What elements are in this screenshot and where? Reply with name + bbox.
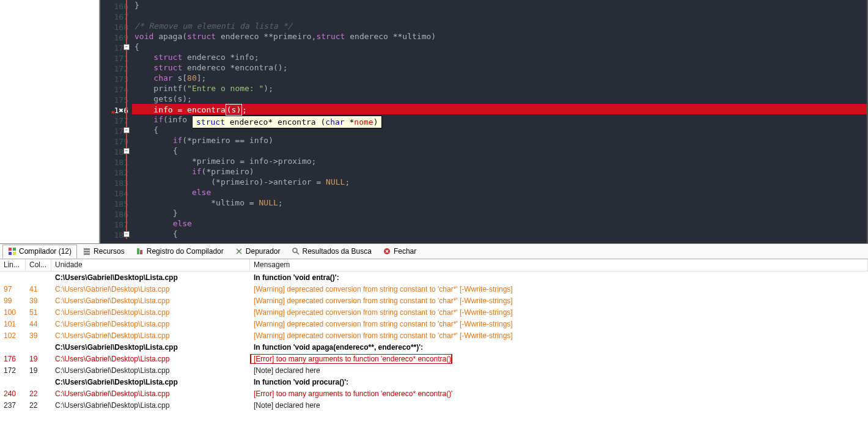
code-text: ) [236, 105, 241, 114]
tooltip-text: * [345, 117, 355, 127]
compiler-row[interactable]: 10051C:\Users\Gabriel\Desktop\Lista.cpp[… [0, 306, 868, 318]
code-text: (*primeiro) [202, 167, 254, 176]
compiler-row[interactable]: 10239C:\Users\Gabriel\Desktop\Lista.cpp[… [0, 330, 868, 341]
tab-label: Depurador [246, 247, 281, 256]
code-text: (*primeiro == info) [182, 136, 273, 145]
tooltip-keyword: struct [196, 117, 225, 127]
row-line: 100 [0, 308, 26, 317]
row-message: [Warning] deprecated conversion from str… [250, 331, 868, 341]
header-message[interactable]: Mensagem [250, 259, 868, 271]
tab-label: Registro do Compilador [147, 247, 224, 256]
tooltip-text: endereco* encontra ( [225, 117, 325, 127]
row-line: 176 [0, 354, 26, 364]
code-text: { [173, 146, 178, 155]
row-line: 172 [0, 366, 26, 375]
tab-compiler-log[interactable]: Registro do Compilador [130, 245, 229, 259]
code-keyword: struct [153, 53, 182, 62]
svg-rect-2 [9, 252, 12, 255]
code-text: { [153, 125, 158, 135]
header-line[interactable]: Lin... [0, 259, 26, 271]
tab-label: Fechar [394, 247, 416, 256]
code-editor[interactable]: 166 167 168 169 170 171 172 173 174 175 … [100, 0, 868, 243]
compiler-row[interactable]: 23722C:\Users\Gabriel\Desktop\Lista.cpp[… [0, 399, 868, 411]
fold-toggle-icon[interactable]: − [123, 231, 130, 237]
tab-debugger[interactable]: Depurador [229, 245, 286, 259]
compiler-row[interactable]: C:\Users\Gabriel\Desktop\Lista.cppIn fun… [0, 376, 868, 388]
svg-rect-7 [137, 248, 139, 254]
code-text: printf [153, 84, 182, 93]
svg-point-10 [293, 248, 297, 253]
compiler-row[interactable]: C:\Users\Gabriel\Desktop\Lista.cppIn fun… [0, 271, 868, 283]
row-unit: C:\Users\Gabriel\Desktop\Lista.cpp [51, 400, 250, 410]
row-col: 22 [26, 400, 51, 410]
row-message: In function 'void apaga(endereco**, ende… [250, 342, 868, 352]
row-col: 39 [26, 331, 51, 341]
row-line: 97 [0, 284, 26, 294]
row-unit: C:\Users\Gabriel\Desktop\Lista.cpp [51, 342, 250, 352]
fold-strip: − − − − [123, 0, 131, 243]
bottom-tabs: Compilador (12) Recursos Registro do Com… [0, 244, 868, 259]
row-line [0, 347, 26, 348]
resources-icon [83, 247, 91, 256]
row-col: 51 [26, 308, 51, 317]
row-unit: C:\Users\Gabriel\Desktop\Lista.cpp [51, 331, 250, 341]
fold-toggle-icon[interactable]: − [123, 127, 130, 133]
compiler-headers: Lin... Col... Unidade Mensagem [0, 259, 868, 271]
svg-rect-6 [84, 253, 90, 255]
code-text: } [134, 1, 139, 10]
svg-rect-4 [84, 248, 90, 250]
tab-resources[interactable]: Recursos [77, 245, 130, 259]
row-line: 102 [0, 331, 26, 341]
code-text: *primeiro = info->proximo; [192, 157, 317, 166]
fold-toggle-icon[interactable]: − [123, 44, 130, 50]
row-message: [Warning] deprecated conversion from str… [250, 284, 868, 294]
compiler-row[interactable]: C:\Users\Gabriel\Desktop\Lista.cppIn fun… [0, 341, 868, 353]
code-text: ); [263, 84, 273, 93]
tab-search-results[interactable]: Resultados da Busca [286, 245, 377, 259]
svg-rect-0 [9, 248, 12, 251]
tooltip-param: nome [354, 117, 373, 127]
code-text: ; [278, 198, 283, 207]
close-icon [383, 247, 391, 256]
row-col: 41 [26, 284, 51, 294]
tooltip-text: ) [373, 117, 378, 127]
row-col [26, 347, 51, 348]
code-string: "Entre o nome: " [187, 84, 263, 93]
debug-icon [235, 247, 243, 256]
compiler-row[interactable]: 9741C:\Users\Gabriel\Desktop\Lista.cpp[W… [0, 283, 868, 295]
log-icon [136, 247, 144, 256]
compiler-row[interactable]: 17219C:\Users\Gabriel\Desktop\Lista.cpp[… [0, 364, 868, 376]
row-message: [Warning] deprecated conversion from str… [250, 308, 868, 317]
row-line: 237 [0, 400, 26, 410]
svg-rect-1 [13, 248, 16, 251]
compiler-row[interactable]: 17619C:\Users\Gabriel\Desktop\Lista.cpp[… [0, 353, 868, 364]
code-text: { [134, 42, 139, 51]
header-unit[interactable]: Unidade [51, 259, 250, 271]
highlight-annotation [250, 354, 452, 364]
project-panel[interactable] [0, 0, 100, 243]
tab-label: Compilador (12) [19, 247, 72, 256]
compiler-row[interactable]: 10144C:\Users\Gabriel\Desktop\Lista.cpp[… [0, 318, 868, 330]
fold-toggle-icon[interactable]: − [123, 148, 130, 154]
code-text: } [173, 208, 178, 218]
code-text: endereco *info; [182, 53, 259, 62]
header-col[interactable]: Col... [26, 259, 51, 271]
tab-compiler[interactable]: Compilador (12) [2, 245, 77, 259]
compiler-messages[interactable]: C:\Users\Gabriel\Desktop\Lista.cppIn fun… [0, 271, 868, 428]
row-message: In function 'void entra()': [250, 273, 868, 282]
svg-line-11 [296, 252, 299, 254]
row-col: 44 [26, 319, 51, 329]
code-text: ( [227, 105, 232, 114]
svg-rect-3 [13, 252, 16, 255]
row-col [26, 382, 51, 383]
code-text: (*primeiro)->anterior = [211, 177, 326, 186]
row-message: In function 'void procura()': [250, 377, 868, 387]
code-text: endereco **primeiro, [216, 32, 316, 41]
row-message: [Note] declared here [250, 366, 868, 375]
row-unit: C:\Users\Gabriel\Desktop\Lista.cpp [51, 273, 250, 282]
compiler-row[interactable]: 9939C:\Users\Gabriel\Desktop\Lista.cpp[W… [0, 295, 868, 306]
row-col: 22 [26, 389, 51, 399]
compiler-row[interactable]: 24022C:\Users\Gabriel\Desktop\Lista.cpp[… [0, 388, 868, 399]
row-col: 39 [26, 296, 51, 306]
tab-close[interactable]: Fechar [377, 245, 422, 259]
